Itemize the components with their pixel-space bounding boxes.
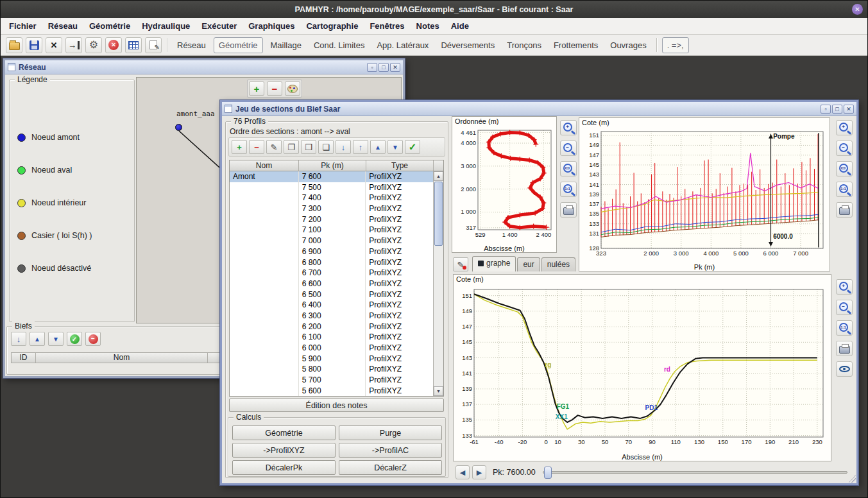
close-project-button[interactable]: ✕	[46, 37, 62, 53]
biefs-validate-button[interactable]: ✓	[67, 332, 82, 346]
pk-slider-thumb[interactable]	[544, 467, 552, 479]
menu-notes[interactable]: Notes	[412, 19, 444, 33]
edit-notes-button[interactable]: Édition des notes	[229, 399, 444, 412]
visibility-button[interactable]	[836, 361, 853, 377]
table-button[interactable]	[125, 37, 142, 53]
table-row[interactable]: 5 800ProfilXYZ	[230, 364, 433, 375]
table-row[interactable]: 7 100ProfilXYZ	[230, 225, 433, 236]
plan-chart[interactable]: Ordonnée (m) 5291 4002 4004 4614 0003 00…	[452, 116, 557, 253]
duplicate-button[interactable]: ❏	[318, 140, 334, 154]
table-row[interactable]: 6 800ProfilXYZ	[230, 257, 433, 268]
save-button[interactable]	[26, 37, 42, 53]
resize-grip[interactable]	[848, 475, 856, 483]
window-close-button[interactable]: ✕	[852, 4, 863, 15]
table-row[interactable]: 6 200ProfilXYZ	[230, 322, 433, 332]
print-button[interactable]	[836, 202, 853, 218]
scroll-thumb[interactable]	[434, 182, 443, 246]
move-up-button[interactable]: ▲	[370, 140, 386, 154]
table-row[interactable]: 6 300ProfilXYZ	[230, 311, 433, 322]
table-row[interactable]: 6 900ProfilXYZ	[230, 246, 433, 257]
toolbar-app-lateraux[interactable]: App. Latéraux	[372, 38, 433, 53]
biefs-sort-button[interactable]: ↓	[11, 332, 26, 346]
print-button[interactable]	[836, 341, 853, 356]
notes-button[interactable]	[145, 37, 162, 53]
zoom-in-button[interactable]: +	[836, 279, 853, 295]
print-button[interactable]	[560, 202, 577, 218]
toolbar-maillage[interactable]: Maillage	[266, 38, 306, 53]
biefs-move-down-button[interactable]: ▼	[48, 332, 64, 346]
calc-profilac-button[interactable]: ->ProfilAC	[339, 443, 442, 458]
toolbar-ouvrages[interactable]: Ouvrages	[606, 38, 651, 53]
calc-geometrie-button[interactable]: Géométrie	[232, 425, 336, 440]
menu-executer[interactable]: Exécuter	[197, 19, 241, 33]
pk-slider[interactable]	[543, 471, 847, 474]
toolbar-cond-limites[interactable]: Cond. Limites	[309, 38, 369, 53]
col-type[interactable]: Type	[366, 160, 434, 171]
add-profile-button[interactable]: +	[232, 140, 247, 154]
sections-maximize-button[interactable]: □	[832, 105, 842, 114]
tab-graphe[interactable]: graphe	[472, 256, 516, 271]
sort-descending-button[interactable]: ↓	[336, 140, 351, 154]
table-row[interactable]: 6 700ProfilXYZ	[230, 268, 433, 279]
biefs-remove-button[interactable]: −	[85, 332, 101, 346]
scroll-down-arrow[interactable]: ▼	[434, 386, 443, 396]
longitudinal-chart-canvas[interactable]: 3232 0003 0004 0005 0006 0007 0001511491…	[579, 128, 830, 261]
palette-button[interactable]	[285, 82, 300, 96]
reseau-close-button[interactable]: ✕	[390, 63, 400, 72]
reseau-minimize-button[interactable]: ▫	[367, 63, 377, 72]
table-row[interactable]: 6 400ProfilXYZ	[230, 300, 433, 311]
calc-purge-button[interactable]: Purge	[339, 425, 442, 440]
stop-button[interactable]: ✕	[105, 37, 122, 53]
zoom-one-button[interactable]: 1:1	[836, 182, 853, 197]
col-pk[interactable]: Pk (m)	[299, 160, 366, 171]
open-button[interactable]	[6, 37, 22, 53]
table-row[interactable]: 5 600ProfilXYZ	[230, 386, 433, 396]
zoom-in-button[interactable]: +	[560, 120, 577, 135]
paste-button[interactable]: ❒	[301, 140, 316, 154]
longitudinal-chart[interactable]: Cote (m) 3232 0003 0004 0005 0006 0007 0…	[579, 117, 830, 271]
reseau-titlebar[interactable]: Réseau ▫ □ ✕	[5, 60, 403, 74]
toolbar-frottements[interactable]: Frottements	[549, 38, 602, 53]
biefs-col-nom[interactable]: Nom	[36, 353, 208, 363]
biefs-col-id[interactable]: ID	[12, 353, 36, 363]
menu-fichier[interactable]: Fichier	[4, 19, 41, 33]
network-node[interactable]	[175, 124, 182, 131]
col-nom[interactable]: Nom	[230, 160, 299, 171]
zoom-out-button[interactable]: −	[836, 300, 853, 315]
validate-button[interactable]: ✓	[405, 140, 420, 154]
biefs-move-up-button[interactable]: ▲	[30, 332, 45, 346]
table-row[interactable]: 5 900ProfilXYZ	[230, 354, 433, 365]
calc-profilxyz-button[interactable]: ->ProfilXYZ	[232, 443, 336, 458]
zoom-fit-button[interactable]: ▭	[560, 161, 577, 176]
menu-aide[interactable]: Aide	[447, 19, 473, 33]
sections-titlebar[interactable]: Jeu de sections du Bief Saar ▫ □ ✕	[222, 102, 856, 116]
menu-geometrie[interactable]: Géométrie	[85, 19, 135, 33]
zoom-one-button[interactable]: 1:1	[836, 320, 853, 336]
copy-button[interactable]: ❐	[284, 140, 299, 154]
menu-cartographie[interactable]: Cartographie	[302, 19, 362, 33]
table-row[interactable]: 7 200ProfilXYZ	[230, 214, 433, 225]
toolbar-run[interactable]: . =>,	[662, 37, 689, 53]
table-row[interactable]: 7 300ProfilXYZ	[230, 203, 433, 214]
table-row[interactable]: 6 600ProfilXYZ	[230, 279, 433, 289]
next-profile-button[interactable]: ▶	[472, 465, 486, 479]
table-row[interactable]: 6 000ProfilXYZ	[230, 343, 433, 354]
menu-graphiques[interactable]: Graphiques	[244, 19, 299, 33]
toolbar-deversements[interactable]: Déversements	[436, 38, 499, 53]
cross-section-chart-canvas[interactable]: -61-40-200103050709011013015017019021023…	[454, 284, 831, 451]
edit-profile-button[interactable]: ✎	[266, 140, 282, 154]
edit-tab-button[interactable]: ✎	[453, 257, 468, 271]
add-node-button[interactable]: +	[249, 82, 264, 96]
table-row[interactable]: 6 100ProfilXYZ	[230, 332, 433, 343]
scroll-up-arrow[interactable]: ▲	[434, 171, 443, 181]
remove-node-button[interactable]: −	[267, 82, 282, 96]
menu-reseau[interactable]: Réseau	[44, 19, 82, 33]
table-row[interactable]: 5 700ProfilXYZ	[230, 375, 433, 386]
zoom-out-button[interactable]: −	[560, 141, 577, 156]
tab-eur[interactable]: eur	[517, 257, 540, 271]
previous-profile-button[interactable]: ◀	[455, 465, 470, 479]
remove-profile-button[interactable]: −	[249, 140, 264, 154]
menu-fenetres[interactable]: Fenêtres	[365, 19, 409, 33]
sort-ascending-button[interactable]: ↑	[353, 140, 368, 154]
export-button[interactable]: →	[65, 37, 82, 53]
